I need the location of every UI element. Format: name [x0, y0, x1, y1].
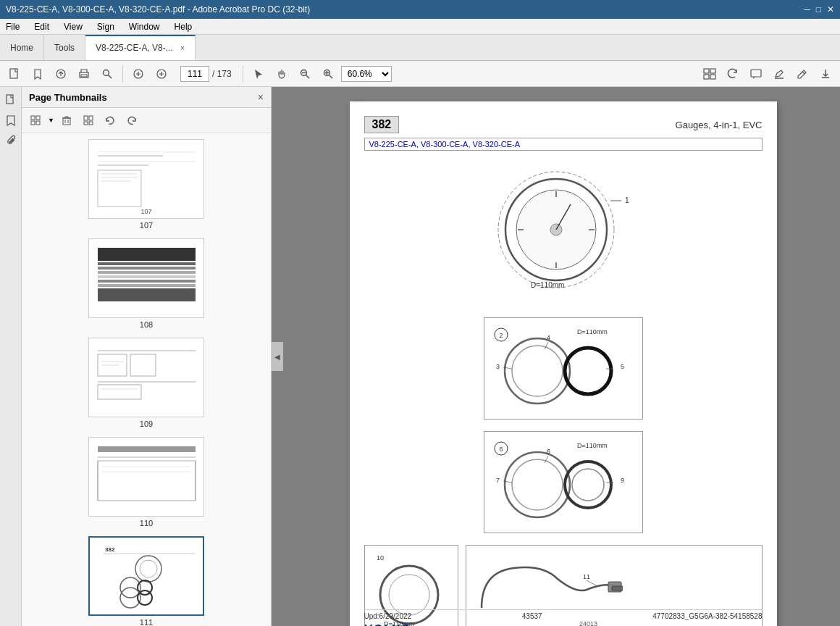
next-page-btn[interactable]: [151, 64, 172, 84]
svg-rect-3: [81, 75, 87, 77]
menu-view[interactable]: View: [61, 21, 85, 33]
thumbnail-img-109: [88, 338, 204, 417]
svg-rect-122: [612, 586, 623, 590]
tab-close-btn[interactable]: ×: [180, 43, 185, 52]
tab-document[interactable]: V8-225-CE-A, V8-... ×: [85, 35, 196, 60]
zoom-select[interactable]: 60.6% 50% 75% 100% 125%: [341, 66, 392, 82]
svg-text:9: 9: [621, 477, 624, 484]
page-navigation: 111 / 173: [180, 66, 232, 82]
attachment-icon[interactable]: [2, 132, 20, 149]
edit-btn[interactable]: [792, 64, 812, 84]
thumbnail-img-107: 107: [88, 139, 204, 219]
svg-rect-27: [63, 118, 70, 125]
prev-page-btn[interactable]: [128, 64, 148, 84]
delete-page-btn[interactable]: [57, 111, 76, 130]
pdf-page: 382 Gauges, 4-in-1, EVC V8-225-CE-A, V8-…: [350, 101, 777, 626]
menu-sign[interactable]: Sign: [94, 21, 117, 33]
sidebar-header: Page Thumbnails ×: [22, 87, 271, 108]
sidebar-close-btn[interactable]: ×: [258, 91, 264, 103]
thumbnail-111[interactable]: 382 111: [88, 536, 204, 626]
fit-page-btn[interactable]: [700, 64, 720, 84]
svg-point-107: [505, 452, 570, 517]
svg-rect-26: [36, 121, 40, 125]
svg-rect-49: [98, 271, 196, 274]
menu-window[interactable]: Window: [126, 21, 163, 33]
pdf-viewer[interactable]: ◀ 382 Gauges, 4-in-1, EVC V8-225-CE-A, V…: [272, 87, 840, 626]
footer-update: Upd:6/29/2022: [364, 612, 412, 620]
sidebar-title: Page Thumbnails: [29, 92, 107, 103]
svg-point-97: [565, 348, 611, 394]
menu-bar: File Edit View Sign Window Help: [0, 19, 840, 35]
svg-rect-25: [31, 121, 35, 125]
sidebar: Page Thumbnails × ▼: [22, 87, 272, 626]
bookmark-btn[interactable]: [28, 64, 48, 84]
thumb-dropdown-arrow[interactable]: ▼: [48, 117, 54, 124]
part-box-1: 2 D=110mm 3 4 5: [484, 317, 643, 420]
zoom-in-btn[interactable]: [318, 64, 338, 84]
svg-line-9: [306, 75, 309, 78]
print-btn[interactable]: [74, 64, 94, 84]
svg-text:3: 3: [496, 363, 500, 370]
svg-rect-18: [710, 75, 715, 79]
rotate-btn[interactable]: [723, 64, 743, 84]
svg-text:107: 107: [140, 208, 151, 215]
volvo-penta-logo: VOLVO PENTA: [364, 623, 411, 626]
redo-btn[interactable]: [122, 111, 141, 130]
thumbnail-109[interactable]: 109: [88, 338, 204, 428]
svg-point-110: [572, 469, 604, 501]
new-file-btn[interactable]: [4, 64, 25, 84]
title-bar: V8-225-CE-A, V8-300-CE-A, V8-320-CE-A.pd…: [0, 0, 840, 19]
main-content: Page Thumbnails × ▼: [0, 87, 840, 626]
maximize-btn[interactable]: □: [816, 4, 821, 14]
svg-rect-51: [98, 280, 196, 283]
thumbnail-img-111: 382: [88, 536, 204, 616]
svg-rect-46: [98, 248, 196, 261]
select-tool-btn[interactable]: [248, 64, 269, 84]
left-panel-icons: [0, 87, 22, 626]
collapse-sidebar-btn[interactable]: ◀: [272, 342, 283, 371]
page-total: / 173: [212, 69, 232, 79]
zoom-out-btn[interactable]: [295, 64, 315, 84]
svg-rect-53: [98, 288, 196, 301]
svg-point-95: [505, 338, 570, 404]
find-btn[interactable]: [97, 64, 117, 84]
svg-point-4: [104, 70, 109, 75]
thumbnail-108[interactable]: 108: [88, 238, 204, 329]
svg-rect-64: [98, 446, 196, 452]
separator-1: [122, 65, 123, 83]
page-title: Gauges, 4-in-1, EVC: [676, 120, 763, 130]
svg-text:2: 2: [499, 332, 503, 339]
page-number-input[interactable]: 111: [180, 66, 209, 82]
comment-btn[interactable]: [746, 64, 766, 84]
minimize-btn[interactable]: ─: [804, 4, 810, 14]
close-window-btn[interactable]: ✕: [827, 4, 834, 14]
hand-tool-btn[interactable]: [272, 64, 292, 84]
svg-rect-48: [98, 267, 196, 270]
svg-point-96: [512, 346, 563, 396]
svg-rect-22: [7, 95, 13, 104]
undo-btn[interactable]: [101, 111, 119, 130]
bookmark-panel-icon[interactable]: [2, 112, 20, 129]
export-btn[interactable]: [815, 64, 836, 84]
open-btn[interactable]: [51, 64, 71, 84]
tab-tools[interactable]: Tools: [44, 35, 85, 60]
thumbnail-img-108: [88, 238, 204, 318]
thumb-view-btn[interactable]: [26, 111, 45, 130]
svg-rect-15: [704, 69, 709, 73]
menu-edit[interactable]: Edit: [31, 21, 52, 33]
menu-file[interactable]: File: [3, 21, 22, 33]
main-gauge-svg: 1 D=110mm: [476, 161, 650, 306]
svg-text:D=110mm: D=110mm: [531, 281, 564, 289]
thumb-label-109: 109: [140, 420, 153, 428]
svg-rect-52: [98, 284, 196, 287]
thumbnail-110[interactable]: 110: [88, 437, 204, 527]
tab-home[interactable]: Home: [0, 35, 44, 60]
main-diagram: 1 D=110mm: [364, 161, 763, 306]
highlight-btn[interactable]: [769, 64, 789, 84]
thumbnail-107[interactable]: 107 107: [88, 139, 204, 230]
page-icon[interactable]: [2, 91, 20, 109]
svg-rect-31: [84, 116, 88, 120]
svg-rect-47: [98, 262, 196, 265]
menu-help[interactable]: Help: [172, 21, 196, 33]
insert-page-btn[interactable]: [79, 111, 98, 130]
